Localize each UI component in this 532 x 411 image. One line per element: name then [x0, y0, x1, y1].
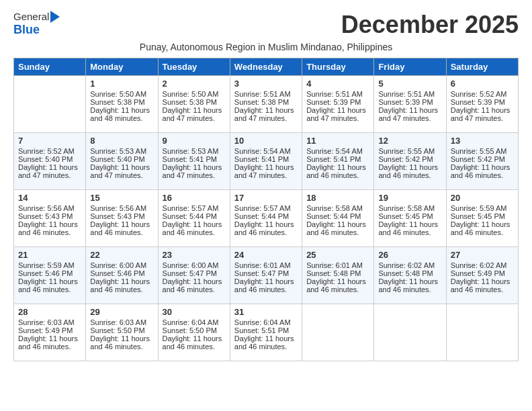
day-number: 30 — [163, 307, 226, 317]
day-info: Sunset: 5:51 PM — [234, 326, 298, 334]
day-info: and 47 minutes. — [90, 171, 153, 179]
day-info: Daylight: 11 hours — [234, 163, 298, 171]
day-info: and 47 minutes. — [163, 114, 226, 122]
day-info: Daylight: 11 hours — [451, 220, 514, 228]
day-number: 7 — [18, 136, 81, 146]
day-info: and 47 minutes. — [306, 114, 369, 122]
day-info: Daylight: 11 hours — [163, 277, 226, 285]
day-info: and 47 minutes. — [451, 114, 514, 122]
day-info: Sunrise: 5:58 AM — [306, 204, 369, 212]
day-info: Daylight: 11 hours — [18, 334, 81, 342]
day-info: and 46 minutes. — [90, 285, 153, 293]
week-row-1: 1Sunrise: 5:50 AMSunset: 5:38 PMDaylight… — [14, 76, 519, 133]
calendar-cell: 23Sunrise: 6:00 AMSunset: 5:47 PMDayligh… — [158, 247, 230, 304]
day-info: Sunset: 5:42 PM — [378, 155, 441, 163]
day-info: Daylight: 11 hours — [163, 334, 226, 342]
day-info: Sunset: 5:39 PM — [378, 98, 441, 106]
day-info: Sunrise: 5:58 AM — [378, 204, 441, 212]
day-info: Sunrise: 6:03 AM — [18, 318, 81, 326]
day-info: Sunset: 5:50 PM — [90, 326, 153, 334]
day-info: Sunset: 5:46 PM — [18, 269, 81, 277]
day-info: Sunrise: 5:51 AM — [234, 90, 298, 98]
day-info: Sunset: 5:44 PM — [234, 212, 298, 220]
day-number: 24 — [234, 250, 298, 260]
day-info: Daylight: 11 hours — [163, 220, 226, 228]
calendar-cell — [446, 304, 518, 361]
day-info: and 47 minutes. — [18, 171, 81, 179]
day-info: Daylight: 11 hours — [163, 163, 226, 171]
day-info: Sunrise: 6:03 AM — [90, 318, 153, 326]
calendar-cell — [14, 76, 86, 133]
day-info: Daylight: 11 hours — [163, 106, 226, 114]
day-info: Sunrise: 5:59 AM — [451, 204, 514, 212]
day-number: 23 — [163, 250, 226, 260]
day-info: Sunrise: 5:52 AM — [18, 147, 81, 155]
day-info: Daylight: 11 hours — [306, 220, 369, 228]
day-info: and 46 minutes. — [18, 285, 81, 293]
calendar-cell: 21Sunrise: 5:59 AMSunset: 5:46 PMDayligh… — [14, 247, 86, 304]
day-info: and 46 minutes. — [90, 228, 153, 236]
day-info: Sunrise: 5:51 AM — [306, 90, 369, 98]
day-info: and 46 minutes. — [163, 342, 226, 351]
day-info: Sunset: 5:48 PM — [306, 269, 369, 277]
day-info: and 47 minutes. — [234, 171, 298, 179]
logo-blue: Blue — [13, 23, 60, 38]
header-saturday: Saturday — [446, 58, 518, 76]
calendar-cell: 2Sunrise: 5:50 AMSunset: 5:38 PMDaylight… — [158, 76, 230, 133]
day-number: 10 — [234, 136, 298, 146]
day-info: Sunrise: 5:52 AM — [451, 90, 514, 98]
day-number: 18 — [306, 193, 369, 203]
calendar-cell: 28Sunrise: 6:03 AMSunset: 5:49 PMDayligh… — [14, 304, 86, 361]
day-info: Daylight: 11 hours — [378, 277, 441, 285]
day-number: 5 — [378, 79, 441, 89]
header: General Blue December 2025 — [13, 11, 519, 39]
calendar-cell: 1Sunrise: 5:50 AMSunset: 5:38 PMDaylight… — [86, 76, 158, 133]
day-info: Daylight: 11 hours — [378, 106, 441, 114]
day-info: Sunrise: 5:56 AM — [90, 204, 153, 212]
calendar-cell: 19Sunrise: 5:58 AMSunset: 5:45 PMDayligh… — [374, 190, 446, 247]
day-info: Sunset: 5:38 PM — [163, 98, 226, 106]
day-info: Sunset: 5:43 PM — [90, 212, 153, 220]
day-info: Daylight: 11 hours — [18, 163, 81, 171]
week-row-3: 14Sunrise: 5:56 AMSunset: 5:43 PMDayligh… — [14, 190, 519, 247]
day-info: Sunset: 5:41 PM — [163, 155, 226, 163]
day-info: Sunrise: 6:02 AM — [451, 261, 514, 269]
day-info: Sunrise: 5:53 AM — [90, 147, 153, 155]
calendar-cell — [302, 304, 374, 361]
day-info: Sunrise: 6:04 AM — [163, 318, 226, 326]
day-info: and 46 minutes. — [451, 285, 514, 293]
calendar-cell: 14Sunrise: 5:56 AMSunset: 5:43 PMDayligh… — [14, 190, 86, 247]
day-info: and 46 minutes. — [306, 228, 369, 236]
day-number: 21 — [18, 250, 81, 260]
calendar-cell: 4Sunrise: 5:51 AMSunset: 5:39 PMDaylight… — [302, 76, 374, 133]
day-number: 29 — [90, 307, 153, 317]
day-info: Sunrise: 6:04 AM — [234, 318, 298, 326]
header-friday: Friday — [374, 58, 446, 76]
day-info: Sunrise: 5:50 AM — [163, 90, 226, 98]
day-info: Sunrise: 5:59 AM — [18, 261, 81, 269]
day-info: Sunset: 5:45 PM — [451, 212, 514, 220]
day-info: Daylight: 11 hours — [234, 106, 298, 114]
day-info: and 46 minutes. — [451, 228, 514, 236]
day-info: and 46 minutes. — [306, 285, 369, 293]
header-sunday: Sunday — [14, 58, 86, 76]
day-info: Daylight: 11 hours — [90, 106, 153, 114]
calendar-cell: 16Sunrise: 5:57 AMSunset: 5:44 PMDayligh… — [158, 190, 230, 247]
day-number: 11 — [306, 136, 369, 146]
day-info: Sunrise: 5:55 AM — [378, 147, 441, 155]
calendar-cell: 15Sunrise: 5:56 AMSunset: 5:43 PMDayligh… — [86, 190, 158, 247]
day-info: Daylight: 11 hours — [306, 277, 369, 285]
week-row-2: 7Sunrise: 5:52 AMSunset: 5:40 PMDaylight… — [14, 133, 519, 190]
day-info: Sunrise: 6:00 AM — [163, 261, 226, 269]
day-info: Daylight: 11 hours — [90, 163, 153, 171]
day-number: 8 — [90, 136, 153, 146]
calendar-cell: 12Sunrise: 5:55 AMSunset: 5:42 PMDayligh… — [374, 133, 446, 190]
day-info: Sunset: 5:45 PM — [378, 212, 441, 220]
calendar-cell: 29Sunrise: 6:03 AMSunset: 5:50 PMDayligh… — [86, 304, 158, 361]
day-number: 4 — [306, 79, 369, 89]
day-info: Sunset: 5:41 PM — [306, 155, 369, 163]
day-info: Sunrise: 5:54 AM — [234, 147, 298, 155]
calendar-cell: 5Sunrise: 5:51 AMSunset: 5:39 PMDaylight… — [374, 76, 446, 133]
day-number: 1 — [90, 79, 153, 89]
day-info: and 46 minutes. — [234, 228, 298, 236]
